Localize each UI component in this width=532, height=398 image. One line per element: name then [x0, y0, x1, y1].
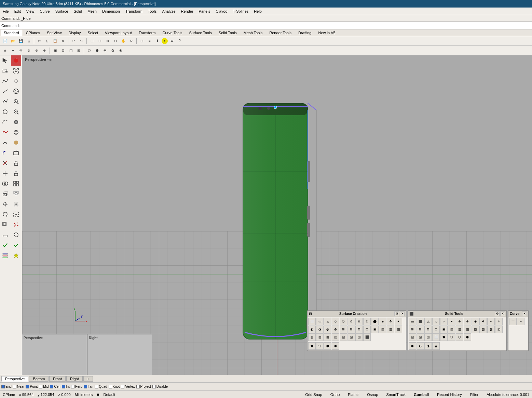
- settings-btn[interactable]: ⚙: [168, 37, 176, 45]
- tab-select[interactable]: Select: [85, 30, 101, 36]
- history-btn[interactable]: [11, 230, 21, 240]
- ungroup-btn[interactable]: [11, 189, 21, 199]
- st-btn-8[interactable]: ⊗: [464, 318, 471, 325]
- surface-creation-close-btn[interactable]: ✕: [400, 311, 405, 316]
- st-btn-20[interactable]: ▦: [464, 326, 471, 333]
- sc-btn-36[interactable]: ⬣: [332, 342, 339, 350]
- sc-btn-32[interactable]: ⬛: [363, 333, 371, 341]
- sc-btn-15[interactable]: ◒: [324, 326, 331, 333]
- st-btn-33[interactable]: ⬣: [409, 342, 416, 350]
- group-btn[interactable]: [11, 178, 21, 189]
- sc-btn-23[interactable]: ▥: [387, 326, 394, 333]
- st-btn-36[interactable]: ◒: [432, 342, 440, 350]
- zoom-in-btn[interactable]: ⊕: [104, 37, 111, 45]
- st-btn-31[interactable]: ⬡: [456, 333, 463, 341]
- st-btn-29[interactable]: ⬟: [440, 333, 448, 341]
- st-btn-19[interactable]: ▥: [456, 326, 463, 333]
- cm-btn-1[interactable]: ⌒: [509, 318, 517, 325]
- delete-btn[interactable]: ✕: [59, 37, 67, 45]
- shaded-btn[interactable]: [11, 117, 21, 127]
- trim-tool[interactable]: [0, 158, 10, 168]
- st-btn-35[interactable]: ◑: [424, 342, 432, 350]
- sc-btn-13[interactable]: ◐: [308, 326, 316, 333]
- layer-manager-tool[interactable]: [0, 250, 10, 261]
- tab-transform[interactable]: Transform: [136, 30, 159, 36]
- tb2-btn11[interactable]: ⬡: [85, 47, 93, 54]
- tb2-btn14[interactable]: ✿: [109, 47, 117, 54]
- snap-int-checkbox[interactable]: [62, 385, 65, 388]
- sc-btn-21[interactable]: ▣: [371, 326, 379, 333]
- smarttrack-status[interactable]: SmartTrack: [386, 393, 406, 397]
- menu-surface[interactable]: Surface: [53, 9, 71, 14]
- tab-render-tools[interactable]: Render Tools: [266, 30, 295, 36]
- sc-btn-18[interactable]: ⊟: [347, 326, 355, 333]
- menu-transform[interactable]: Transform: [123, 9, 145, 14]
- fillet-tool[interactable]: [0, 148, 10, 158]
- cm-btn-2[interactable]: ∿: [517, 318, 524, 325]
- st-btn-24[interactable]: ◰: [495, 326, 503, 333]
- tab-new-in-v5[interactable]: New in V5: [315, 30, 338, 36]
- gumball-status[interactable]: Gumball: [414, 393, 429, 397]
- sc-btn-20[interactable]: ⊡: [363, 326, 371, 333]
- snap-vertex-checkbox[interactable]: [121, 385, 124, 388]
- layer-on-btn[interactable]: [11, 148, 21, 158]
- tb2-btn10[interactable]: ⊞: [75, 47, 82, 54]
- st-btn-10[interactable]: ❖: [479, 318, 487, 325]
- snap-int[interactable]: Int: [62, 385, 70, 388]
- sc-btn-28[interactable]: ◰: [332, 333, 339, 341]
- snap-btn[interactable]: ⊡: [138, 37, 146, 45]
- menu-solid[interactable]: Solid: [71, 9, 85, 14]
- vp-tab-front[interactable]: Front: [49, 376, 66, 382]
- st-btn-12[interactable]: ✧: [495, 318, 503, 325]
- menu-panels[interactable]: Panels: [196, 9, 213, 14]
- sc-btn-6[interactable]: ⊙: [347, 318, 355, 325]
- tb2-btn15[interactable]: ❀: [117, 47, 124, 54]
- tb2-btn7[interactable]: ▣: [51, 47, 59, 54]
- st-btn-16[interactable]: ⊡: [432, 326, 440, 333]
- st-btn-4[interactable]: ◇: [432, 318, 440, 325]
- command-input-bar[interactable]: Command:: [0, 22, 532, 29]
- arc-tool[interactable]: [0, 117, 10, 127]
- solid-tools-close-btn[interactable]: ✕: [500, 311, 505, 316]
- snap-near[interactable]: Near: [13, 385, 25, 388]
- sc-btn-3[interactable]: △: [324, 318, 331, 325]
- select-tool[interactable]: [0, 55, 10, 66]
- sc-btn-24[interactable]: ▦: [395, 326, 402, 333]
- help-icon-btn[interactable]: ?: [176, 37, 183, 45]
- dim-tool[interactable]: [0, 230, 10, 240]
- tab-viewport-layout[interactable]: Viewport Layout: [102, 30, 135, 36]
- open-btn[interactable]: 📂: [9, 37, 17, 45]
- zoom-window-btn[interactable]: ⊟: [96, 37, 104, 45]
- line-tool[interactable]: [0, 86, 10, 96]
- zoom-extent-btn[interactable]: ⊞: [88, 37, 96, 45]
- snappy-btn[interactable]: [11, 250, 21, 261]
- menu-dimension[interactable]: Dimension: [99, 9, 123, 14]
- rendered-btn[interactable]: [11, 137, 21, 148]
- rotate-btn[interactable]: ↻: [127, 37, 135, 45]
- snap-point[interactable]: Point: [26, 385, 38, 388]
- tab-standard[interactable]: Standard: [1, 30, 22, 36]
- sc-btn-11[interactable]: ❖: [387, 318, 394, 325]
- tab-solid-tools[interactable]: Solid Tools: [216, 30, 240, 36]
- zoom-extent-sel-btn[interactable]: [11, 66, 21, 76]
- grid-snap-btn[interactable]: [11, 199, 21, 209]
- st-btn-26[interactable]: ◲: [417, 333, 424, 341]
- st-btn-32[interactable]: ⬢: [464, 333, 471, 341]
- sc-btn-29[interactable]: ◱: [340, 333, 347, 341]
- curve-tool[interactable]: [0, 76, 10, 86]
- tb2-btn12[interactable]: ⬢: [93, 47, 101, 54]
- snap-tan[interactable]: Tan: [84, 385, 93, 388]
- st-btn-3[interactable]: △: [424, 318, 432, 325]
- snap-cen-checkbox[interactable]: [50, 385, 53, 388]
- st-btn-5[interactable]: ○: [440, 318, 448, 325]
- st-btn-17[interactable]: ▣: [440, 326, 448, 333]
- st-btn-27[interactable]: ◳: [424, 333, 432, 341]
- freeform-tool[interactable]: [0, 127, 10, 137]
- properties-btn[interactable]: ℹ: [154, 37, 161, 45]
- menu-file[interactable]: File: [0, 9, 12, 14]
- sc-btn-22[interactable]: ▤: [379, 326, 386, 333]
- tb2-btn2[interactable]: ✦: [9, 47, 17, 54]
- tb2-btn4[interactable]: ⊙: [25, 47, 32, 54]
- rotate-tool[interactable]: [0, 209, 10, 220]
- sc-btn-30[interactable]: ◲: [347, 333, 355, 341]
